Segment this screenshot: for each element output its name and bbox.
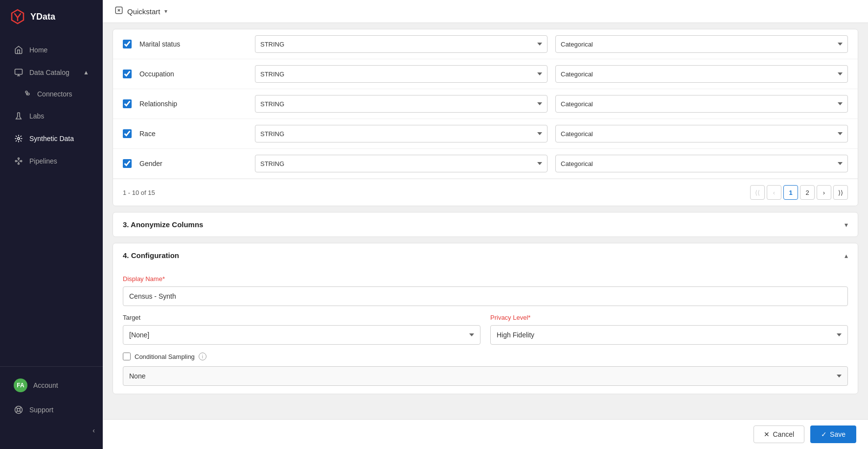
save-button[interactable]: ✓ Save xyxy=(810,425,856,443)
gender-checkbox[interactable] xyxy=(123,159,132,168)
sidebar-item-synthetic-data[interactable]: Synthetic Data xyxy=(4,128,99,149)
sidebar-item-home-label: Home xyxy=(29,46,47,54)
privacy-level-select[interactable]: High Fidelity Medium Fidelity Low Fideli… xyxy=(490,325,848,345)
pipelines-icon xyxy=(14,156,23,166)
occupation-variable-select[interactable]: CategoricalNumericalDate xyxy=(555,65,848,83)
svg-point-3 xyxy=(27,93,29,95)
sidebar-item-support-label: Support xyxy=(29,406,53,414)
anonymize-section-header[interactable]: 3. Anonymize Columns ▾ xyxy=(113,213,858,236)
pagination-info: 1 - 10 of 15 xyxy=(123,189,155,196)
page-first-button[interactable]: ⟨⟨ xyxy=(750,185,765,200)
cancel-button[interactable]: ✕ Cancel xyxy=(754,425,804,443)
sidebar-item-data-catalog[interactable]: Data Catalog ▲ xyxy=(4,62,99,83)
save-label: Save xyxy=(830,430,845,438)
sidebar-item-connectors-label: Connectors xyxy=(37,90,72,98)
display-name-input[interactable] xyxy=(123,286,848,306)
gender-type-select[interactable]: STRINGINTFLOATBOOL xyxy=(255,155,548,172)
svg-point-6 xyxy=(18,158,20,159)
sidebar-item-support[interactable]: Support xyxy=(4,399,99,421)
occupation-type-select[interactable]: STRINGINTFLOATBOOL xyxy=(255,65,548,83)
home-icon xyxy=(14,45,23,55)
race-label: Race xyxy=(139,130,247,138)
footer: ✕ Cancel ✓ Save xyxy=(103,419,868,449)
marital-status-checkbox[interactable] xyxy=(123,40,132,48)
gender-label: Gender xyxy=(139,160,247,167)
synthetic-data-icon xyxy=(14,134,23,143)
svg-point-2 xyxy=(25,91,27,93)
race-checkbox[interactable] xyxy=(123,129,132,138)
table-row: Marital status STRINGINTFLOATBOOL Catego… xyxy=(113,29,858,59)
relationship-variable-select[interactable]: CategoricalNumericalDate xyxy=(555,95,848,113)
sidebar-item-pipelines[interactable]: Pipelines xyxy=(4,150,99,172)
svg-point-10 xyxy=(17,408,20,411)
conditional-sampling-label: Conditional Sampling xyxy=(135,353,195,360)
sidebar-item-labs[interactable]: Labs xyxy=(4,105,99,127)
anonymize-section: 3. Anonymize Columns ▾ xyxy=(113,212,858,237)
marital-status-variable-select[interactable]: CategoricalNumericalDate xyxy=(555,35,848,53)
sidebar: YData Home Data Catalog ▲ Connectors xyxy=(0,0,103,449)
labs-icon xyxy=(14,111,23,121)
config-body: Display Name* Target [None] income age e… xyxy=(113,267,858,394)
privacy-label: Privacy Level* xyxy=(490,314,848,321)
gender-variable-select[interactable]: CategoricalNumericalDate xyxy=(555,155,848,172)
support-icon xyxy=(14,405,23,415)
page-prev-button[interactable]: ‹ xyxy=(767,185,781,200)
sidebar-item-labs-label: Labs xyxy=(29,112,44,120)
ydata-logo-icon xyxy=(10,9,25,24)
conditional-sampling-select[interactable]: None xyxy=(123,366,848,386)
cancel-x-icon: ✕ xyxy=(764,430,770,438)
page-last-button[interactable]: ⟩⟩ xyxy=(833,185,848,200)
topbar-title: Quickstart xyxy=(127,7,160,16)
race-type-select[interactable]: STRINGINTFLOATBOOL xyxy=(255,125,548,142)
page-1-button[interactable]: 1 xyxy=(783,185,798,200)
pagination-controls: ⟨⟨ ‹ 1 2 › ⟩⟩ xyxy=(750,185,848,200)
relationship-label: Relationship xyxy=(139,100,247,108)
conditional-sampling-info-icon[interactable]: i xyxy=(199,353,206,360)
config-section-title: 4. Configuration xyxy=(123,251,179,260)
save-check-icon: ✓ xyxy=(821,430,827,438)
table-row: Gender STRINGINTFLOATBOOL CategoricalNum… xyxy=(113,149,858,179)
sidebar-item-home[interactable]: Home xyxy=(4,39,99,61)
race-variable-select[interactable]: CategoricalNumericalDate xyxy=(555,125,848,142)
columns-table: Marital status STRINGINTFLOATBOOL Catego… xyxy=(113,29,858,206)
svg-point-8 xyxy=(18,163,20,165)
page-next-button[interactable]: › xyxy=(817,185,831,200)
privacy-col: Privacy Level* High Fidelity Medium Fide… xyxy=(490,314,848,345)
config-target-privacy-row: Target [None] income age education Priva… xyxy=(123,314,848,345)
sidebar-item-synthetic-data-label: Synthetic Data xyxy=(29,135,74,142)
avatar: FA xyxy=(14,378,27,392)
occupation-checkbox[interactable] xyxy=(123,70,132,78)
relationship-checkbox[interactable] xyxy=(123,99,132,108)
table-row: Race STRINGINTFLOATBOOL CategoricalNumer… xyxy=(113,119,858,149)
pagination: 1 - 10 of 15 ⟨⟨ ‹ 1 2 › ⟩⟩ xyxy=(113,179,858,206)
catalog-chevron-icon: ▲ xyxy=(83,69,89,76)
catalog-icon xyxy=(14,68,23,77)
cancel-label: Cancel xyxy=(773,430,794,438)
svg-point-7 xyxy=(21,161,22,162)
svg-rect-1 xyxy=(15,69,23,74)
target-label: Target xyxy=(123,314,480,321)
table-row: Occupation STRINGINTFLOATBOOL Categorica… xyxy=(113,59,858,89)
svg-point-4 xyxy=(18,138,20,140)
conditional-sampling-checkbox[interactable] xyxy=(123,353,131,360)
page-2-button[interactable]: 2 xyxy=(800,185,815,200)
config-section-header[interactable]: 4. Configuration ▴ xyxy=(113,243,858,267)
marital-status-type-select[interactable]: STRINGINTFLOATBOOL xyxy=(255,35,548,53)
anonymize-chevron-icon: ▾ xyxy=(845,221,848,229)
relationship-type-select[interactable]: STRINGINTFLOATBOOL xyxy=(255,95,548,113)
quickstart-icon xyxy=(114,6,123,17)
table-row: Relationship STRINGINTFLOATBOOL Categori… xyxy=(113,89,858,119)
sidebar-item-connectors[interactable]: Connectors xyxy=(4,84,99,103)
sidebar-item-data-catalog-label: Data Catalog xyxy=(29,69,69,76)
sidebar-logo: YData xyxy=(0,0,103,33)
sidebar-collapse[interactable]: ‹ xyxy=(0,422,103,439)
occupation-label: Occupation xyxy=(139,70,247,78)
topbar-chevron-icon[interactable]: ▾ xyxy=(164,8,167,15)
target-select[interactable]: [None] income age education xyxy=(123,325,480,345)
sidebar-bottom: FA Account Support ‹ xyxy=(0,366,103,449)
sidebar-item-account[interactable]: FA Account xyxy=(4,373,99,398)
collapse-icon[interactable]: ‹ xyxy=(92,426,95,434)
sidebar-item-pipelines-label: Pipelines xyxy=(29,157,57,165)
sidebar-section-catalog: Data Catalog ▲ Connectors xyxy=(0,62,103,103)
config-section: 4. Configuration ▴ Display Name* Target … xyxy=(113,243,858,394)
